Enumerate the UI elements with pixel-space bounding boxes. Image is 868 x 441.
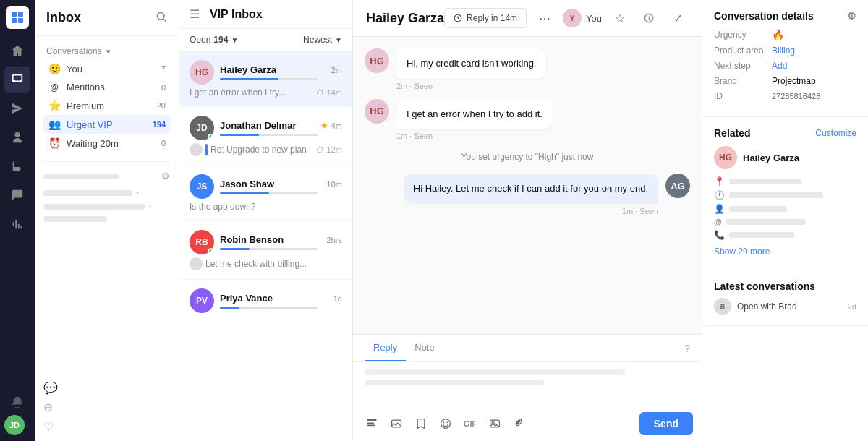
latest-conv-title: Latest conversations — [714, 281, 856, 292]
help-icon[interactable]: ? — [684, 343, 690, 354]
conv-list-filters: Open 194 ▼ Newest ▼ — [179, 29, 352, 51]
svg-rect-3 — [18, 18, 23, 23]
id-row: ID 27285816428 — [714, 91, 856, 101]
phone-icon: 📞 — [714, 230, 725, 240]
conv-item-priya[interactable]: PV Priya Vance 1d — [179, 280, 352, 325]
nav-notification-icon[interactable] — [4, 389, 30, 415]
logo — [6, 6, 29, 29]
sidebar-item-you[interactable]: 🙂 You 7 — [43, 59, 170, 78]
nav-chart-icon[interactable] — [4, 211, 30, 237]
agent-chip[interactable]: Y You — [563, 9, 602, 27]
svg-point-13 — [447, 422, 448, 424]
toolbar-attach-icon[interactable] — [509, 414, 529, 434]
location-icon: 📍 — [714, 176, 725, 187]
next-step-row: Next step Add — [714, 61, 856, 71]
toolbar-emoji-icon[interactable] — [435, 414, 456, 434]
sidebar-footer-icon-1[interactable]: 💬 — [43, 381, 170, 395]
send-button[interactable]: Send — [639, 412, 693, 435]
product-area-value: Billing — [772, 46, 795, 56]
conv-avatar-hailey: HG — [190, 60, 214, 85]
sidebar-item-waiting[interactable]: ⏰ Waiting 20m 0 — [43, 134, 170, 153]
sidebar-item-premium[interactable]: ⭐ Premium 20 — [43, 96, 170, 115]
reply-input-lines — [365, 369, 690, 385]
sidebar: Inbox Conversations ▼ 🙂 You 7 @ Mentions… — [35, 0, 179, 441]
nav-chat-icon[interactable] — [4, 182, 30, 208]
msg-content-2: I get an error when I try to add it. 1m … — [396, 99, 553, 141]
hamburger-icon[interactable]: ☰ — [190, 7, 200, 21]
conv-item-jason[interactable]: JS Jason Shaw 10m Is the app down? — [179, 166, 352, 221]
msg-avatar-hailey: HG — [365, 48, 389, 73]
conv-avatar-jason: JS — [190, 174, 214, 199]
tab-note[interactable]: Note — [406, 335, 443, 361]
sidebar-conversations-section: Conversations ▼ 🙂 You 7 @ Mentions 0 ⭐ P… — [35, 36, 179, 157]
sort-filter[interactable]: Newest ▼ — [303, 35, 342, 45]
conv-preview-robin: Let me check with billing... — [190, 257, 342, 270]
toolbar-bookmark-icon[interactable] — [411, 414, 431, 434]
conv-details-title: Conversation details ⚙ — [714, 10, 856, 22]
reply-time-button[interactable]: Reply in 14m — [444, 8, 527, 28]
messages-area: HG Hi, my credit card isn't working. 2m … — [353, 37, 702, 334]
contact-person: 👤 — [714, 204, 856, 214]
more-options-icon[interactable]: ⋯ — [534, 7, 556, 29]
conv-avatar-priya: PV — [190, 288, 214, 313]
svg-rect-9 — [367, 425, 375, 427]
email-icon: @ — [714, 218, 722, 226]
nav-send-icon[interactable] — [4, 95, 30, 121]
tab-reply[interactable]: Reply — [365, 335, 406, 361]
nav-book-icon[interactable] — [4, 153, 30, 179]
svg-line-5 — [163, 19, 166, 21]
msg-bubble-2: I get an error when I try to add it. — [396, 99, 553, 129]
open-filter[interactable]: Open 194 ▼ — [190, 35, 238, 45]
sidebar-title: Inbox — [46, 10, 81, 25]
star-button[interactable]: ☆ — [609, 7, 631, 29]
related-header: Related Customize — [714, 127, 856, 139]
chat-header-actions: Reply in 14m ⋯ Y You ☆ ✓ — [444, 7, 689, 29]
reply-input-area[interactable] — [353, 362, 702, 406]
nav-inbox-icon[interactable] — [4, 67, 30, 93]
toolbar-image-icon[interactable] — [386, 414, 407, 434]
msg-meta-1: 2m · Seen — [396, 82, 546, 90]
latest-conv-item[interactable]: B Open with Brad 2d — [714, 298, 856, 315]
sidebar-settings-icon[interactable]: ⚙ — [161, 171, 170, 181]
conv-item-hailey[interactable]: HG Hailey Garza 2m I get an error when I… — [179, 51, 352, 107]
sidebar-footer-icon-2[interactable]: ⊕ — [43, 401, 170, 414]
sidebar-divider — [43, 161, 170, 162]
svg-rect-8 — [367, 422, 375, 424]
msg-bubble-3: Hi Hailey. Let me check if I can add it … — [404, 174, 658, 204]
conv-avatar-jonathan: JD — [190, 116, 214, 140]
message-group-2: HG I get an error when I try to add it. … — [365, 99, 690, 141]
contact-time: 🕐 — [714, 190, 856, 200]
urgency-row: Urgency 🔥 — [714, 29, 856, 40]
conv-item-jonathan[interactable]: JD Jonathan Delmar ★ 4m — [179, 107, 352, 166]
person-icon: 👤 — [714, 204, 725, 214]
nav-home-icon[interactable] — [4, 38, 30, 64]
svg-point-4 — [157, 12, 164, 20]
nav-contacts-icon[interactable] — [4, 124, 30, 150]
latest-conv-section: Latest conversations B Open with Brad 2d — [702, 270, 868, 326]
contact-location: 📍 — [714, 176, 856, 187]
waiting-icon: ⏰ — [48, 137, 61, 149]
latest-conv-avatar: B — [714, 298, 731, 315]
toolbar-gif-icon[interactable]: GIF — [460, 414, 480, 434]
conversations-section-title[interactable]: Conversations ▼ — [43, 43, 170, 59]
msg-avatar-agent: AG — [665, 174, 690, 198]
svg-point-12 — [443, 422, 445, 424]
urgent-vip-icon: 👥 — [48, 119, 61, 130]
search-icon[interactable] — [156, 11, 167, 25]
nav-user-avatar[interactable]: JD — [4, 415, 25, 435]
chat-main: Hailey Garza Reply in 14m ⋯ Y You ☆ ✓ HG… — [353, 0, 702, 441]
sidebar-item-mentions[interactable]: @ Mentions 0 — [43, 78, 170, 96]
toolbar-text-icon[interactable] — [362, 414, 382, 434]
chat-contact-name: Hailey Garza — [366, 11, 444, 26]
customize-link[interactable]: Customize — [815, 128, 856, 138]
related-section: Related Customize HG Hailey Garza 📍 🕐 👤 … — [702, 117, 868, 270]
conv-item-robin[interactable]: RB Robin Benson 2hrs Let me check with b… — [179, 221, 352, 280]
conv-details-gear-icon[interactable]: ⚙ — [847, 10, 856, 22]
sidebar-heart-icon[interactable]: ♡ — [43, 420, 170, 434]
history-icon[interactable] — [638, 7, 660, 29]
toolbar-photo-icon[interactable] — [485, 414, 505, 434]
sidebar-item-urgent-vip[interactable]: 👥 Urgent VIP 194 — [43, 115, 170, 134]
checkmark-icon[interactable]: ✓ — [667, 7, 689, 29]
show-more-link[interactable]: Show 29 more — [714, 244, 856, 260]
svg-rect-0 — [12, 12, 17, 17]
